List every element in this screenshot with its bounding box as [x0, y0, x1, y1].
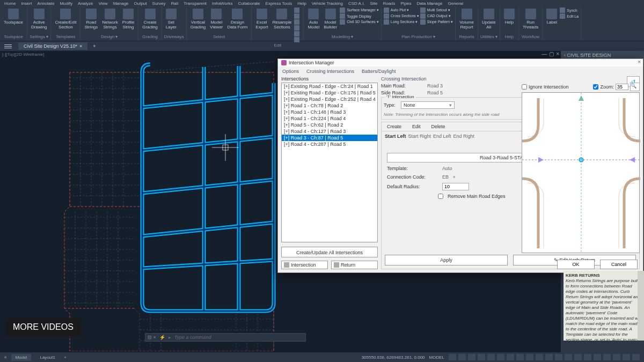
- status-icon[interactable]: [632, 354, 640, 360]
- ribbon-button[interactable]: NetworkStrings: [100, 8, 119, 31]
- cancel-button[interactable]: Cancel: [600, 260, 638, 269]
- zoom-checkbox[interactable]: [593, 84, 598, 90]
- close-icon[interactable]: ×: [79, 43, 82, 49]
- ribbon-button[interactable]: Help: [502, 8, 516, 26]
- menu-analyze[interactable]: Analyze: [78, 1, 93, 6]
- status-icon[interactable]: [449, 354, 456, 360]
- menu-insert[interactable]: Insert: [21, 1, 32, 6]
- status-icon[interactable]: [468, 354, 475, 360]
- intersection-preview[interactable]: [522, 92, 640, 253]
- menu-collaborate[interactable]: Collaborate: [238, 1, 260, 6]
- menu-infraworks[interactable]: InfraWorks: [212, 1, 233, 6]
- dialog-tab[interactable]: Crossing Intersections: [306, 69, 354, 74]
- ribbon-small-item[interactable]: Surface Manager ▾: [340, 8, 379, 13]
- list-item[interactable]: [+] Existing Road - Edge - Ch:252 | Road…: [282, 96, 377, 102]
- list-item[interactable]: [+] Road 1 - Ch:78 | Road 2: [282, 102, 377, 109]
- ribbon-small-item[interactable]: [294, 8, 301, 13]
- status-icon[interactable]: [555, 354, 562, 360]
- menu-help[interactable]: Help: [297, 1, 306, 6]
- intersection-tab[interactable]: Intersection: [281, 261, 328, 269]
- ribbon-small-item[interactable]: [294, 37, 301, 42]
- ribbon-small-item[interactable]: Cross Sections ▾: [384, 13, 419, 19]
- ribbon-small-item[interactable]: [294, 13, 301, 19]
- menu-icon[interactable]: ≡: [4, 355, 7, 360]
- command-line[interactable]: ⊟ × ⚡ ▸ Type a command: [145, 333, 306, 342]
- apply-button[interactable]: Apply: [385, 255, 508, 265]
- ribbon-button[interactable]: RunThreads: [521, 8, 540, 31]
- ribbon-small-item[interactable]: CAD Output ▾: [420, 13, 453, 19]
- status-icon[interactable]: [574, 354, 582, 360]
- ribbon-button[interactable]: UpdateAll: [480, 8, 497, 31]
- start-tab[interactable]: End Right: [453, 134, 475, 139]
- status-icon[interactable]: [507, 354, 514, 360]
- dialog-tab[interactable]: Options: [282, 69, 299, 74]
- status-icon[interactable]: [497, 354, 504, 360]
- menu-pipes[interactable]: Pipes: [401, 1, 412, 6]
- menu-csd-a.i.[interactable]: CSD A.I.: [348, 1, 365, 6]
- ribbon-small-item[interactable]: Slope Pattern ▾: [420, 19, 453, 25]
- ribbon-small-item[interactable]: [294, 31, 301, 36]
- status-icon[interactable]: [584, 354, 591, 360]
- status-icon[interactable]: [594, 354, 601, 360]
- status-icon[interactable]: [565, 354, 572, 360]
- intersection-list[interactable]: [+] Existing Road - Edge - Ch:24 | Road …: [281, 83, 378, 242]
- ribbon-button[interactable]: ExcelExport: [254, 8, 269, 31]
- new-tab-button[interactable]: +: [90, 42, 99, 50]
- menu-site[interactable]: Site: [370, 1, 378, 6]
- ribbon-small-item[interactable]: Long Sections ▾: [384, 19, 419, 25]
- status-icon[interactable]: [526, 354, 533, 360]
- ribbon-button[interactable]: AutoModel: [306, 8, 321, 31]
- list-item[interactable]: [+] Road 1 - Ch:148 | Road 3: [282, 109, 377, 115]
- create-tab[interactable]: Delete: [426, 122, 451, 131]
- menu-manage[interactable]: Manage: [113, 1, 129, 6]
- ribbon-small-item[interactable]: [294, 25, 301, 31]
- start-tab[interactable]: Start Left: [385, 134, 406, 139]
- close-cmd-icon[interactable]: ⊟ ×: [148, 335, 156, 340]
- status-icon[interactable]: [603, 354, 611, 360]
- ribbon-button[interactable]: CreateGrading: [141, 8, 159, 31]
- menu-express-tools[interactable]: Express Tools: [266, 1, 292, 6]
- ribbon-button[interactable]: ProfileString: [121, 8, 136, 31]
- more-videos-overlay[interactable]: MORE VIDEOS: [5, 318, 81, 336]
- menu-survey[interactable]: Survey: [152, 1, 166, 6]
- ribbon-small-item[interactable]: [294, 19, 301, 25]
- dialog-tab[interactable]: Batters/Daylight: [362, 69, 396, 74]
- ok-button[interactable]: OK: [557, 260, 595, 269]
- close-icon[interactable]: ×: [556, 51, 559, 57]
- close-icon[interactable]: ×: [638, 59, 641, 65]
- connection-value[interactable]: EB: [442, 174, 449, 180]
- list-item[interactable]: [+] Road 4 - Ch:287 | Road 5: [282, 141, 377, 147]
- menu-roads[interactable]: Roads: [383, 1, 395, 6]
- list-item[interactable]: [+] Road 4 - Ch:127 | Road 3: [282, 128, 377, 135]
- return-tab[interactable]: Return: [331, 261, 378, 269]
- ribbon-button[interactable]: ModelViewer: [208, 8, 224, 31]
- ribbon-button[interactable]: VerticalGrading: [189, 8, 207, 31]
- menu-view[interactable]: View: [98, 1, 107, 6]
- status-icon[interactable]: [613, 354, 620, 360]
- status-icon[interactable]: [487, 354, 495, 360]
- ribbon-button[interactable]: DesignData Form: [226, 8, 250, 31]
- doc-tab[interactable]: Civil Site Design V25.10* ×: [18, 42, 87, 50]
- menu-output[interactable]: Output: [134, 1, 147, 6]
- create-tab[interactable]: Create: [382, 122, 407, 131]
- ribbon-small-item[interactable]: Synch: [560, 8, 579, 13]
- menu-home[interactable]: Home: [4, 1, 16, 6]
- ribbon-button[interactable]: ActiveDrawing: [30, 8, 48, 31]
- ribbon-button[interactable]: SetLayer: [164, 8, 178, 31]
- list-item[interactable]: [+] Road 1 - Ch:224 | Road 4: [282, 115, 377, 122]
- layout-tab-layout1[interactable]: Layout1: [35, 354, 59, 361]
- menu-rail[interactable]: Rail: [171, 1, 178, 6]
- maximize-icon[interactable]: ▢: [549, 51, 554, 57]
- ribbon-button[interactable]: Toolspace: [2, 8, 25, 26]
- status-icon[interactable]: [478, 354, 485, 360]
- road-drawing[interactable]: [0, 51, 279, 351]
- menu-icon[interactable]: [4, 43, 12, 49]
- status-icon[interactable]: [536, 354, 543, 360]
- status-icon[interactable]: [516, 354, 524, 360]
- menu-general[interactable]: General: [448, 1, 463, 6]
- list-item[interactable]: [+] Existing Road - Edge - Ch:24 | Road …: [282, 83, 377, 90]
- status-icon[interactable]: [623, 354, 630, 360]
- minimize-icon[interactable]: —: [541, 51, 547, 57]
- template-value[interactable]: Auto: [442, 166, 452, 171]
- dialog-titlebar[interactable]: Intersection Manager ×: [278, 59, 643, 67]
